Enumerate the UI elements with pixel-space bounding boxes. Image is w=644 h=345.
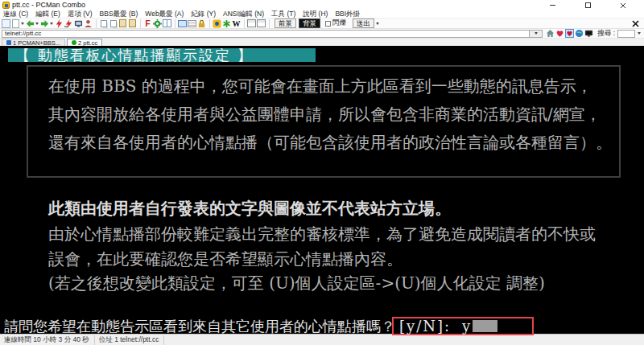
body-line-1: 由於心情點播部份較難定義出完整的審核標準，為了避免造成閱讀者的不快或 [48,225,596,243]
address-dropdown-button[interactable] [530,30,543,38]
bbs-terminal-screen[interactable]: 【 動態看板心情點播顯示設定 】 在使用 BBS 的過程中，您可能會在畫面上方此… [0,46,644,334]
search-dropdown-icon[interactable] [638,32,641,35]
menu-bbs-favorites[interactable]: BBS最愛 (B) [100,10,138,18]
search-input[interactable] [617,30,635,38]
new-connection-icon[interactable] [11,19,20,28]
terminal-cursor [473,320,497,332]
main-toolbar: F W 前景 背景 閃爍 送出 [0,18,644,29]
body-line-3: (若之後想改變此類設定，可至 (U)個人設定區->(U)個人化設定 調整) [48,274,545,292]
menu-ansi-editor[interactable]: ANSI編輯 (N) [223,10,264,18]
plugin-star-icon[interactable] [222,19,231,28]
search-label: 搜尋 : [597,29,615,39]
tab-ptt[interactable]: 2 ptt.cc [67,39,102,46]
menu-help[interactable]: 說明 (H) [303,10,328,18]
paste-quote-icon[interactable] [128,19,137,28]
window-controls [535,0,641,10]
menu-edit[interactable]: 編輯 (E) [35,10,60,18]
question-prompt: 請問您希望在動態告示區看到來自其它使用者的心情點播嗎？ [4,318,395,335]
pcman-app-icon [2,2,10,9]
toolbar-separator [175,19,175,28]
tab-bar: 1 PCMAN+BBS... 2 ptt.cc [0,39,644,46]
home-icon[interactable] [546,29,555,38]
connection-time-status: 連線時間 10 小時 3 分 40 秒 [0,335,95,345]
minimize-button[interactable] [535,0,570,10]
menu-bar: 連線 (C) 編輯 (E) 選項 (V) BBS最愛 (B) Web最愛 (A)… [0,10,644,18]
new-connection-dropdown-icon[interactable] [21,23,24,25]
menu-web-favorites[interactable]: Web最愛 (A) [145,10,184,18]
toolbar-separator [140,19,141,28]
maximize-button[interactable] [570,0,605,10]
lock-icon[interactable] [197,19,206,28]
forward-icon[interactable] [40,19,49,28]
window-title: ptt.cc - PCMan Combo [12,0,85,10]
minimize-icon [550,5,555,6]
blink-checkbox[interactable] [325,21,331,27]
answer-highlight-box: [y/N]: y [392,317,534,335]
notice-line-3: 還有來自各使用者的心情點播（可能包含該使用者的政治性言論或各種留言）。 [48,133,612,151]
menu-options[interactable]: 選項 (V) [68,10,93,18]
toolbar-separator [269,19,270,28]
toolbar-separator [244,19,245,28]
toolbar-close-icon[interactable] [631,19,640,28]
send-dropdown-icon[interactable] [376,23,379,25]
close-icon [620,2,626,9]
pcman-combo-window: ptt.cc - PCMan Combo 連線 (C) 編輯 (E) 選項 (V… [0,0,644,345]
yn-label: [y/N]: [399,318,451,335]
connect-icon[interactable] [55,19,64,28]
site-list-icon[interactable] [2,19,10,28]
toolbar-separator [209,19,210,28]
forward-dropdown-icon[interactable] [50,23,53,25]
location-status: 位址 1 telnet://ptt.cc [95,335,165,345]
favorite-board-icon[interactable] [257,19,266,28]
body-line-2: 誤會，在此要確認您是否希望顯示心情點播內容。 [48,250,402,268]
duplicate-window-icon[interactable] [74,19,83,28]
menu-history[interactable]: 紀錄 (Y) [191,10,216,18]
address-input[interactable] [2,30,530,38]
menu-tools[interactable]: 工具 (T) [271,10,295,18]
board-list-icon[interactable] [247,19,256,28]
notice-line-2: 其內容開放給各使用者與公益團體申請，所以會包含非商業的活動資訊/網宣， [48,105,601,123]
address-action-icons [546,29,594,38]
send-button[interactable]: 送出 [353,18,374,28]
notice-line-1: 在使用 BBS 的過程中，您可能會在畫面上方此區看到一些動態的訊息告示， [48,77,592,95]
favorites-toggle-heart-icon[interactable] [565,29,574,38]
globe-icon[interactable] [575,29,584,38]
add-favorite-heart-icon[interactable] [555,29,564,38]
maximize-icon [585,2,591,8]
ansi-color-icon[interactable]: F [143,19,152,28]
settings-gear-icon[interactable] [153,19,162,28]
blink-label: 閃爍 [332,18,346,28]
tab-pcman-bbs[interactable]: 1 PCMAN+BBS... [2,39,65,46]
copy-ansi-icon[interactable] [109,19,118,28]
typed-answer: y [462,318,470,335]
copy-icon[interactable] [99,19,108,28]
chevron-down-icon [535,32,538,35]
back-dropdown-icon[interactable] [35,23,39,25]
disclaimer-line: 此類由使用者自行發表的文字與圖像並不代表站方立場。 [48,199,451,217]
menu-connection[interactable]: 連線 (C) [3,10,28,18]
foreground-color-button[interactable]: 前景 [275,18,296,28]
terminal-monitor-icon[interactable] [584,29,593,38]
image-preview-icon[interactable] [178,19,187,28]
background-color-button[interactable]: 背景 [299,18,320,28]
address-bar-row: 搜尋 : [0,29,644,39]
dynamic-board-header: 【 動態看板心情點播顯示設定 】 [8,48,316,62]
connected-dot-icon [72,40,76,45]
wikipedia-icon[interactable]: W [232,19,241,28]
display-options-icon[interactable] [188,19,196,28]
toolbar-separator [96,19,97,28]
menu-bbi-plugin[interactable]: BBI外掛 [335,10,360,18]
disconnect-icon[interactable] [64,19,73,28]
status-bar: 連線時間 10 小時 3 分 40 秒 位址 1 telnet://ptt.cc [0,334,644,345]
pcman-home-icon[interactable] [213,19,221,28]
back-icon[interactable] [26,19,35,28]
paste-icon[interactable] [118,19,127,28]
split-window-icon[interactable] [163,19,171,28]
user-info-icon[interactable] [84,19,93,28]
tab-document-icon [6,40,11,45]
title-bar: ptt.cc - PCMan Combo [0,0,644,10]
close-button[interactable] [605,0,641,10]
